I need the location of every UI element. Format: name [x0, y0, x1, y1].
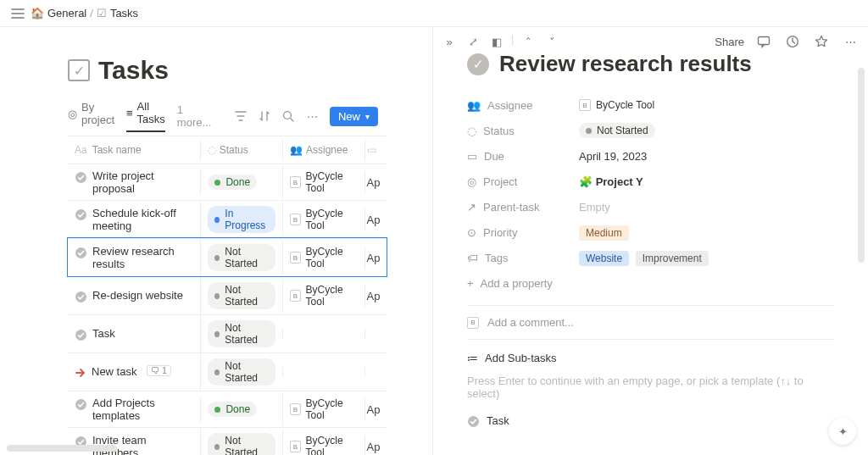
task-table: AaTask name ◌ Status 👥Assignee ▭ Write p…: [68, 136, 387, 455]
project-icon: 🧩: [579, 175, 593, 188]
svg-rect-8: [759, 37, 770, 45]
comments-icon[interactable]: [754, 32, 773, 51]
add-property[interactable]: + Add a property: [467, 277, 834, 290]
table-row[interactable]: TaskNot Started: [68, 314, 387, 352]
open-full-icon[interactable]: ⤢: [464, 32, 482, 51]
prop-due[interactable]: ▭Due April 19, 2023: [467, 143, 834, 169]
prop-assignee[interactable]: 👥Assignee BByCycle Tool: [467, 92, 834, 118]
comment-count-badge[interactable]: 🗨 1: [147, 365, 170, 376]
new-button[interactable]: New ▾: [330, 107, 378, 126]
expand-icon[interactable]: »: [440, 32, 459, 51]
status-pill[interactable]: Done: [208, 175, 257, 190]
arrow-right-icon: [75, 367, 86, 379]
status-icon: ◌: [467, 125, 476, 137]
page-more-icon[interactable]: ⋯: [841, 32, 860, 51]
detail-pane: » ⤢ ◧ | ˄ ˅ Share ⋯ ✓ Review research re…: [432, 27, 868, 455]
vertical-scrollbar[interactable]: [858, 68, 865, 263]
task-name-text[interactable]: Review research results: [92, 245, 193, 270]
task-name-text[interactable]: Schedule kick-off meeting: [92, 207, 193, 232]
prop-tags[interactable]: 🏷Tags Website Improvement: [467, 245, 834, 270]
sidebar-toggle-icon[interactable]: [8, 4, 27, 23]
detail-title[interactable]: Review research results: [499, 51, 752, 77]
status-pill[interactable]: Not Started: [208, 358, 275, 386]
home-icon[interactable]: 🏠: [31, 7, 44, 19]
due-cell[interactable]: Ap: [364, 208, 387, 231]
share-button[interactable]: Share: [715, 36, 744, 48]
view-by-project[interactable]: ◎ By project: [68, 101, 114, 131]
prop-project[interactable]: ◎Project 🧩 Project Y: [467, 169, 834, 194]
due-cell[interactable]: Ap: [364, 285, 387, 308]
status-pill[interactable]: In Progress: [208, 206, 275, 233]
status-pill[interactable]: Not Started: [208, 244, 275, 271]
prev-icon[interactable]: ˄: [519, 32, 537, 51]
people-icon: 👥: [467, 99, 481, 112]
assignee-chip[interactable]: BByCycle Tool: [290, 397, 358, 421]
status-pill[interactable]: Not Started: [208, 282, 275, 309]
table-row[interactable]: New task🗨 1Not Started: [68, 352, 387, 391]
table-row[interactable]: Write project proposalDoneBByCycle ToolA…: [68, 164, 387, 200]
svg-point-0: [284, 112, 292, 119]
svg-point-10: [468, 416, 479, 427]
due-cell[interactable]: Ap: [364, 171, 387, 194]
search-icon[interactable]: [282, 107, 294, 125]
assignee-chip[interactable]: BByCycle Tool: [290, 170, 358, 194]
status-pill[interactable]: Not Started: [208, 320, 275, 347]
task-name-text[interactable]: Write project proposal: [92, 169, 193, 195]
col-status[interactable]: Status: [220, 144, 248, 156]
updates-icon[interactable]: [783, 32, 802, 51]
tag-improvement[interactable]: Improvement: [636, 251, 709, 266]
breadcrumb: 🏠 General / ☑ Tasks: [31, 7, 138, 19]
template-hint: Press Enter to continue with an empty pa…: [467, 375, 834, 400]
assignee-chip[interactable]: BByCycle Tool: [290, 246, 358, 269]
col-assignee[interactable]: Assignee: [306, 144, 348, 156]
assignee-chip[interactable]: BByCycle Tool: [290, 284, 358, 308]
next-icon[interactable]: ˅: [542, 32, 561, 51]
assignee-chip[interactable]: BByCycle Tool: [290, 208, 358, 231]
breadcrumb-tasks[interactable]: Tasks: [110, 7, 138, 19]
view-all-tasks[interactable]: ≡ All Tasks: [126, 100, 165, 132]
template-task[interactable]: Task: [467, 413, 834, 428]
table-row[interactable]: Review research resultsNot StartedBByCyc…: [68, 238, 387, 276]
check-circle-icon: [75, 398, 87, 411]
comment-input[interactable]: B Add a comment...: [467, 305, 834, 340]
assignee-type-icon: 👥: [290, 144, 303, 156]
task-name-text[interactable]: Task: [92, 327, 115, 340]
avatar: B: [579, 99, 591, 111]
breadcrumb-general[interactable]: General: [47, 7, 86, 19]
filter-icon[interactable]: [235, 107, 247, 125]
assignee-chip[interactable]: BByCycle Tool: [290, 435, 358, 455]
svg-point-3: [75, 247, 86, 258]
svg-point-4: [75, 291, 86, 302]
horizontal-scrollbar[interactable]: [7, 445, 117, 452]
table-row[interactable]: Re-design websiteNot StartedBByCycle Too…: [68, 276, 387, 314]
task-done-toggle[interactable]: ✓: [467, 53, 489, 75]
col-name[interactable]: Task name: [92, 144, 142, 156]
tag-website[interactable]: Website: [579, 251, 629, 266]
sort-icon[interactable]: [259, 107, 270, 125]
status-pill[interactable]: Done: [208, 402, 257, 417]
ai-fab[interactable]: ✦: [829, 418, 856, 445]
view-more[interactable]: 1 more...: [177, 103, 211, 129]
due-cell[interactable]: Ap: [364, 247, 387, 269]
prop-status[interactable]: ◌Status Not Started: [467, 118, 834, 143]
database-pane: ✓ Tasks ◎ By project ≡ All Tasks 1 more.…: [0, 27, 432, 455]
prop-parent[interactable]: ↗Parent-task Empty: [467, 194, 834, 219]
page-icon[interactable]: ✓: [68, 59, 90, 81]
table-row[interactable]: Add Projects templatesDoneBByCycle ToolA…: [68, 391, 387, 427]
more-icon[interactable]: ⋯: [306, 107, 318, 125]
page-title[interactable]: Tasks: [98, 56, 169, 85]
peek-mode-icon[interactable]: ◧: [487, 32, 506, 51]
status-pill[interactable]: Not Started: [208, 433, 275, 455]
task-name-text[interactable]: New task: [92, 365, 136, 378]
table-row[interactable]: Schedule kick-off meetingIn ProgressBByC…: [68, 200, 387, 238]
task-name-text[interactable]: Add Projects templates: [92, 397, 193, 422]
check-circle-icon: [75, 247, 87, 259]
favorite-icon[interactable]: [812, 32, 831, 51]
task-name-text[interactable]: Re-design website: [92, 289, 183, 302]
check-circle-icon: [75, 208, 87, 221]
chevron-down-icon[interactable]: ▾: [365, 112, 370, 121]
due-cell[interactable]: Ap: [364, 436, 387, 456]
add-subtasks[interactable]: ≔ Add Sub-tasks: [467, 352, 834, 364]
prop-priority[interactable]: ⊙Priority Medium: [467, 219, 834, 245]
due-cell[interactable]: Ap: [364, 398, 387, 421]
